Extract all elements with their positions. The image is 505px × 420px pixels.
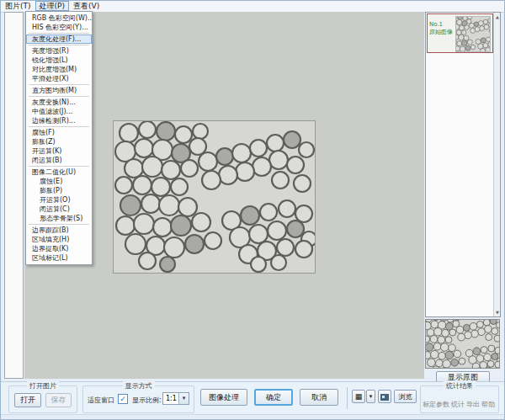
result-item-no: No.1 [429, 21, 454, 29]
menu-item[interactable]: 膨胀(Z) [26, 137, 92, 146]
preview-thumbnail[interactable] [425, 319, 500, 369]
stats-button[interactable]: 统计 [451, 400, 465, 409]
menu-item[interactable]: 开运算(K) [26, 146, 92, 156]
stats-group: 统计结果 标定参数统计导出帮助 [420, 385, 499, 413]
display-mode-group-title: 显示方式 [123, 381, 155, 391]
app-window: 图片(T)处理(P)查看(V) RGB 色彩空间(W)...HIS 色彩空间(Y… [0, 0, 505, 420]
menu-item[interactable]: 亮度增强(R) [26, 46, 92, 56]
menu-item[interactable]: 区域填充(H) [26, 235, 92, 244]
result-item-label: 原始图像 [429, 29, 454, 36]
grid-view-icon[interactable]: ▦ [352, 390, 365, 403]
menu-item[interactable]: 边缘检测(R)... [26, 116, 92, 125]
menu-item[interactable]: 图像二值化(U) [26, 167, 92, 177]
menu-separator [29, 126, 89, 127]
menu-item[interactable]: 膨胀(P) [26, 186, 92, 195]
menu-item[interactable]: 灰度变换(N)... [26, 98, 92, 107]
result-thumb-svg [456, 17, 490, 51]
result-item-text: No.1 原始图像 [429, 21, 454, 36]
menu-picture[interactable]: 图片(T) [1, 1, 35, 11]
menu-item[interactable]: 区域标记(L) [26, 253, 92, 263]
cancel-button[interactable]: 取消 [300, 389, 338, 406]
menu-item[interactable]: 腐蚀(E) [26, 177, 92, 186]
status-bar [1, 414, 505, 420]
menu-item[interactable]: 边界跟踪(B) [26, 226, 92, 235]
menu-item[interactable]: 闭运算(C) [26, 205, 92, 214]
menu-item[interactable]: 中值滤波(J)... [26, 107, 92, 116]
menu-separator [29, 224, 89, 225]
scroll-up-icon[interactable]: ▲ [494, 13, 501, 21]
menu-item[interactable]: 锐化增强(L) [26, 56, 92, 65]
scale-label: 显示比例: [132, 396, 162, 405]
menu-separator [29, 45, 89, 45]
menu-view[interactable]: 查看(V) [69, 1, 104, 11]
scroll-down-icon[interactable]: ▼ [494, 308, 501, 316]
open-button[interactable]: 打开 [14, 393, 41, 407]
menu-item[interactable]: RGB 色彩空间(W)... [26, 13, 92, 23]
scale-combobox-value: 1:1 [166, 393, 177, 404]
image-icon-glyph [380, 394, 389, 401]
stats-button[interactable]: 导出 [466, 400, 480, 409]
menu-separator [29, 84, 89, 85]
menu-separator [29, 166, 89, 167]
bottom-toolbar: 打开图片 打开 保存 显示方式 适应窗口 ✓ 显示比例: 1:1 ▾ 图像处理 … [1, 381, 505, 414]
display-mode-group: 显示方式 适应窗口 ✓ 显示比例: 1:1 ▾ [82, 385, 194, 413]
toolbar-divider [347, 387, 348, 409]
particle-image-svg [114, 121, 315, 273]
stats-button[interactable]: 帮助 [481, 400, 495, 409]
fit-window-checkbox[interactable]: ✓ [118, 394, 128, 404]
menu-item[interactable]: 平滑处理(X) [26, 74, 92, 83]
menu-item[interactable]: 腐蚀(F) [26, 128, 92, 137]
list-scrollbar[interactable]: ▲ ▼ [493, 13, 500, 316]
menu-item[interactable]: 形态学骨架(S) [26, 214, 92, 223]
menu-process[interactable]: 处理(P) [35, 1, 69, 11]
open-picture-group-title: 打开图片 [27, 381, 59, 391]
result-list: No.1 原始图像 ▲ ▼ [425, 12, 501, 317]
stats-buttons: 标定参数统计导出帮助 [422, 394, 497, 410]
menu-separator [29, 96, 89, 97]
preview-thumb-svg [426, 320, 499, 368]
menu-item[interactable]: 边界提取(K) [26, 244, 92, 253]
result-item-thumbnail [455, 16, 491, 52]
open-picture-group: 打开图片 打开 保存 [8, 385, 77, 413]
stats-button[interactable]: 标定参数 [423, 400, 449, 409]
browse-button[interactable]: 浏览 [394, 390, 417, 403]
ok-button[interactable]: 确定 [254, 389, 293, 406]
left-panel [4, 12, 24, 379]
save-button[interactable]: 保存 [45, 393, 72, 407]
menu-item[interactable]: 灰度化处理(F)... [26, 35, 92, 44]
particle-image [113, 120, 316, 274]
chevron-down-icon[interactable]: ▾ [366, 390, 375, 403]
menu-item[interactable]: 直方图均衡(M) [26, 86, 92, 95]
result-list-item[interactable]: No.1 原始图像 [427, 13, 493, 53]
menu-item[interactable]: HIS 色彩空间(Y)... [26, 23, 92, 32]
chevron-down-icon[interactable]: ▾ [178, 393, 189, 404]
menu-item[interactable]: 闭运算(B) [26, 156, 92, 165]
image-process-button[interactable]: 图像处理 [200, 389, 247, 406]
fit-window-label: 适应窗口 [88, 396, 114, 405]
stats-group-title: 统计结果 [444, 381, 476, 391]
menu-separator [29, 33, 89, 34]
menu-item[interactable]: 对比度增强(M) [26, 65, 92, 74]
menu-item[interactable]: 开运算(O) [26, 195, 92, 205]
dropdown-menu: RGB 色彩空间(W)...HIS 色彩空间(Y)...灰度化处理(F)...亮… [25, 11, 93, 265]
image-icon[interactable] [378, 390, 391, 403]
scale-combobox[interactable]: 1:1 ▾ [162, 392, 189, 405]
